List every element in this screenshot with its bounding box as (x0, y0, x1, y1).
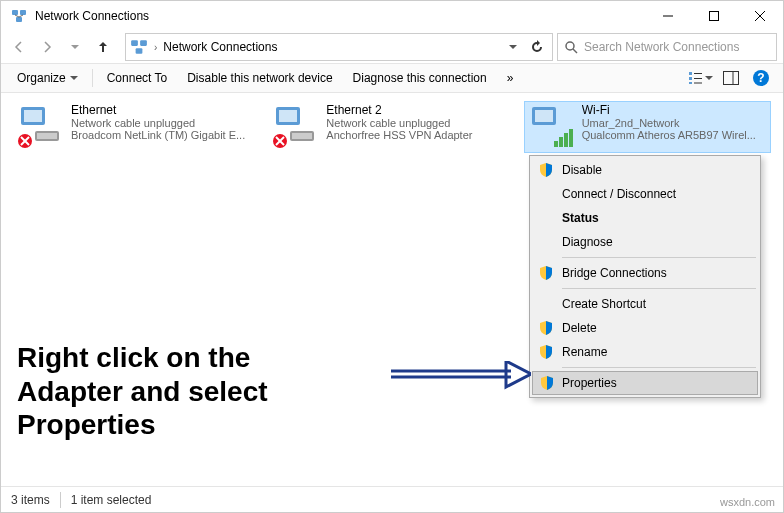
back-button[interactable] (7, 35, 31, 59)
svg-rect-10 (140, 40, 147, 46)
svg-rect-43 (569, 129, 573, 147)
adapter-status: Umar_2nd_Network (582, 117, 769, 129)
adapter-name: Ethernet (71, 103, 258, 117)
menu-bridge[interactable]: Bridge Connections (532, 261, 758, 285)
disable-device-button[interactable]: Disable this network device (179, 67, 340, 89)
svg-rect-34 (292, 133, 312, 139)
svg-rect-6 (710, 12, 719, 21)
menu-disable[interactable]: Disable (532, 158, 758, 182)
svg-line-4 (19, 15, 23, 17)
shield-icon (538, 162, 554, 178)
adapter-device: Qualcomm Atheros AR5B97 Wirel... (582, 129, 769, 141)
adapter-name: Ethernet 2 (326, 103, 513, 117)
annotation-arrow (391, 361, 531, 391)
adapter-name: Wi-Fi (582, 103, 769, 117)
title-bar: Network Connections (1, 1, 783, 31)
chevron-right-icon[interactable]: › (150, 42, 161, 53)
breadcrumb[interactable]: Network Connections (161, 40, 279, 54)
svg-rect-0 (12, 10, 18, 15)
svg-rect-15 (689, 77, 692, 80)
svg-rect-9 (131, 40, 138, 46)
maximize-button[interactable] (691, 1, 737, 31)
up-button[interactable] (91, 35, 115, 59)
adapter-status: Network cable unplugged (326, 117, 513, 129)
svg-rect-2 (16, 17, 22, 22)
network-icon (11, 8, 27, 24)
svg-rect-11 (136, 48, 143, 54)
menu-delete[interactable]: Delete (532, 316, 758, 340)
connect-to-button[interactable]: Connect To (99, 67, 176, 89)
svg-point-12 (566, 42, 574, 50)
svg-rect-1 (20, 10, 26, 15)
minimize-button[interactable] (645, 1, 691, 31)
refresh-button[interactable] (526, 36, 548, 58)
close-button[interactable] (737, 1, 783, 31)
adapter-list: Ethernet Network cable unplugged Broadco… (1, 93, 783, 161)
address-dropdown[interactable] (502, 36, 524, 58)
adapter-ethernet-2[interactable]: Ethernet 2 Network cable unplugged Ancho… (268, 101, 515, 153)
item-count: 3 items (11, 493, 50, 507)
menu-separator (562, 257, 756, 258)
menu-diagnose[interactable]: Diagnose (532, 230, 758, 254)
menu-properties[interactable]: Properties (532, 371, 758, 395)
adapter-device: Broadcom NetLink (TM) Gigabit E... (71, 129, 258, 141)
search-icon (564, 40, 578, 54)
overflow-button[interactable]: » (499, 67, 522, 89)
svg-rect-39 (535, 110, 553, 122)
svg-line-3 (15, 15, 19, 17)
search-input[interactable]: Search Network Connections (557, 33, 777, 61)
menu-create-shortcut[interactable]: Create Shortcut (532, 292, 758, 316)
svg-rect-25 (24, 110, 42, 122)
selection-count: 1 item selected (71, 493, 152, 507)
ethernet-icon (270, 103, 318, 151)
navigation-bar: › Network Connections Search Network Con… (1, 31, 783, 63)
menu-rename[interactable]: Rename (532, 340, 758, 364)
forward-button[interactable] (35, 35, 59, 59)
shield-icon (539, 375, 555, 391)
adapter-device: Anchorfree HSS VPN Adapter (326, 129, 513, 141)
shield-icon (538, 344, 554, 360)
address-bar[interactable]: › Network Connections (125, 33, 553, 61)
command-bar: Organize Connect To Disable this network… (1, 63, 783, 93)
menu-separator (562, 367, 756, 368)
organize-button[interactable]: Organize (9, 67, 86, 89)
help-button[interactable]: ? (747, 67, 775, 89)
status-bar: 3 items 1 item selected (1, 486, 783, 512)
view-options-button[interactable] (687, 67, 715, 89)
window-title: Network Connections (35, 9, 645, 23)
ethernet-icon (15, 103, 63, 151)
wifi-icon (526, 103, 574, 151)
adapter-ethernet[interactable]: Ethernet Network cable unplugged Broadco… (13, 101, 260, 153)
svg-rect-27 (37, 133, 57, 139)
shield-icon (538, 265, 554, 281)
shield-icon (538, 320, 554, 336)
svg-rect-41 (559, 137, 563, 147)
menu-connect-disconnect[interactable]: Connect / Disconnect (532, 182, 758, 206)
svg-rect-20 (724, 72, 739, 85)
recent-dropdown[interactable] (63, 35, 87, 59)
svg-rect-42 (564, 133, 568, 147)
svg-rect-14 (689, 72, 692, 75)
svg-text:?: ? (757, 71, 764, 85)
adapter-wifi[interactable]: Wi-Fi Umar_2nd_Network Qualcomm Atheros … (524, 101, 771, 153)
svg-rect-32 (279, 110, 297, 122)
adapter-status: Network cable unplugged (71, 117, 258, 129)
svg-rect-16 (689, 82, 692, 84)
preview-pane-button[interactable] (717, 67, 745, 89)
svg-rect-40 (554, 141, 558, 147)
annotation-text: Right click on the Adapter and select Pr… (17, 341, 268, 442)
diagnose-connection-button[interactable]: Diagnose this connection (345, 67, 495, 89)
menu-separator (562, 288, 756, 289)
context-menu: Disable Connect / Disconnect Status Diag… (529, 155, 761, 398)
watermark: wsxdn.com (720, 496, 775, 508)
menu-status[interactable]: Status (532, 206, 758, 230)
network-icon (130, 38, 148, 56)
svg-line-13 (573, 49, 577, 53)
